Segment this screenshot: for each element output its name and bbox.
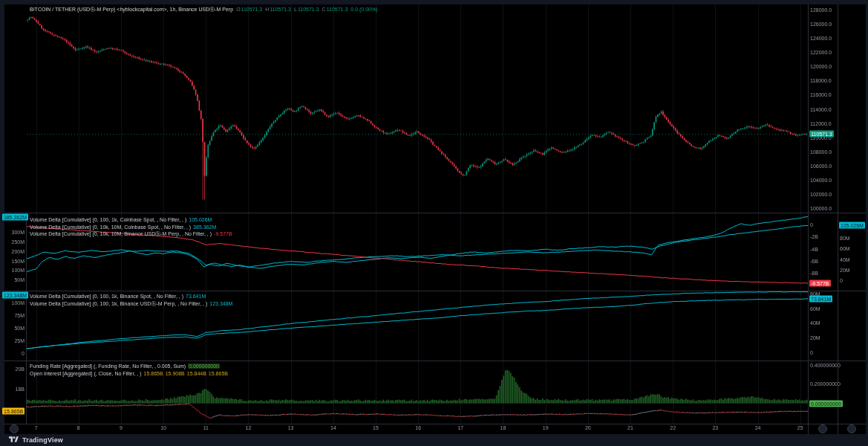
scale-auto-button-outer[interactable]	[847, 424, 856, 433]
axis-price-label: 73.641M	[809, 296, 832, 303]
open-label: O	[236, 7, 240, 12]
tradingview-chart-window: BITCOIN / TETHER (USDⓈ-M Perp) <hyblockc…	[0, 0, 868, 446]
bottom-bar: TradingView	[0, 434, 868, 446]
axis-price-label: 110571.3	[809, 131, 834, 138]
time-axis-label: 13	[288, 425, 294, 430]
time-axis-label: 25	[797, 425, 803, 430]
time-axis-label: 14	[330, 425, 336, 430]
price-scale-separator	[838, 4, 838, 434]
vd2-legend: Volume Delta [Cumulative] (0, 100, 1k, B…	[30, 293, 232, 307]
axis-price-label: 385.362M	[2, 214, 28, 221]
time-axis-label: 23	[712, 425, 718, 430]
price-scale-separator	[808, 4, 809, 434]
close-label: C	[322, 7, 326, 12]
tradingview-logo-icon[interactable]	[9, 436, 19, 444]
time-axis-label: 17	[457, 425, 463, 430]
time-axis-label: 9	[120, 425, 123, 430]
oi-close-value: 15.865B	[209, 371, 228, 376]
indicator-legend-row[interactable]: Volume Delta [Cumulative] (0, 10k, 10M, …	[30, 230, 232, 238]
time-axis-label: 21	[627, 425, 633, 430]
indicator-value: 123.348M	[209, 301, 232, 306]
axis-price-label: 15.865B	[2, 407, 25, 414]
axis-price-label: 105.026M	[839, 222, 865, 229]
time-axis-label: 18	[500, 425, 506, 430]
indicator-title[interactable]: Volume Delta [Cumulative] (0, 100, 1k, B…	[30, 294, 183, 299]
indicator-legend-row[interactable]: Volume Delta [Cumulative] (0, 100, 1k, C…	[30, 216, 232, 224]
indicator-title[interactable]: Volume Delta [Cumulative] (0, 10k, 10M, …	[30, 224, 191, 230]
time-axis-label: 12	[246, 425, 252, 430]
chart-overlay: BITCOIN / TETHER (USDⓈ-M Perp) <hyblockc…	[0, 0, 868, 446]
time-axis-label: 11	[203, 425, 209, 430]
time-axis-label: 24	[755, 425, 761, 430]
symbol-legend[interactable]: BITCOIN / TETHER (USDⓈ-M Perp) <hyblockc…	[30, 6, 378, 13]
time-axis[interactable]	[4, 424, 866, 434]
indicator-title[interactable]: Volume Delta [Cumulative] (0, 100, 1k, B…	[30, 301, 207, 306]
time-axis-label: 22	[670, 425, 676, 430]
low-value: 110571.3	[298, 7, 319, 12]
pane-separator[interactable]	[4, 361, 866, 361]
time-axis-label: 16	[415, 425, 421, 430]
indicator-value: 385.362M	[193, 224, 216, 230]
indicator-legend-row[interactable]: Volume Delta [Cumulative] (0, 100, 1k, B…	[30, 300, 232, 308]
time-axis-label: 19	[543, 425, 549, 430]
time-axis-left-button[interactable]	[10, 424, 19, 433]
indicator-title[interactable]: Volume Delta [Cumulative] (0, 100, 1k, C…	[30, 217, 186, 222]
close-value: 110571.3	[327, 7, 348, 12]
tradingview-logo-text[interactable]: TradingView	[22, 436, 63, 444]
scale-auto-button-inner[interactable]	[818, 424, 827, 433]
indicator-value: 73.641M	[186, 294, 206, 299]
change-value: 0.0 (0.00%)	[350, 7, 377, 12]
time-axis-label: 8	[77, 425, 80, 430]
pane-separator[interactable]	[4, 291, 866, 291]
indicator-title[interactable]: Funding Rate [Aggregated] (, Funding Rat…	[30, 363, 186, 369]
time-axis-label: 10	[160, 425, 166, 430]
oi-low-value: 15.844B	[187, 371, 206, 376]
indicator-legend-row[interactable]: Volume Delta [Cumulative] (0, 100, 1k, B…	[30, 293, 232, 300]
axis-price-label: 0.000000000	[809, 400, 843, 407]
indicator-value: 105.026M	[189, 217, 212, 222]
indicator-legend-row[interactable]: Volume Delta [Cumulative] (0, 10k, 10M, …	[30, 224, 232, 231]
time-axis-label: 20	[585, 425, 591, 430]
indicator-value: -9.577B	[214, 231, 232, 236]
high-label: H	[265, 7, 269, 12]
indicator-legend-row[interactable]: Funding Rate [Aggregated] (, Funding Rat…	[30, 363, 228, 370]
axis-price-label: 123.348M	[2, 292, 28, 299]
left-scale-separator	[26, 213, 27, 424]
high-value: 110571.3	[270, 7, 291, 12]
pane-separator[interactable]	[4, 213, 866, 213]
oi-high-value: 15.908B	[166, 371, 185, 376]
symbol-title[interactable]: BITCOIN / TETHER (USDⓈ-M Perp) <hyblockc…	[30, 7, 233, 12]
indicator-legend-row[interactable]: Open Interest [Aggregated] (, Close, No …	[30, 370, 228, 378]
axis-price-label: -9.577B	[809, 279, 831, 286]
indicator-title[interactable]: Open Interest [Aggregated] (, Close, No …	[30, 371, 142, 376]
oi-open-value: 15.865B	[144, 371, 163, 376]
time-axis-label: 15	[373, 425, 379, 430]
left-price-scale[interactable]	[4, 213, 26, 424]
indicator-title[interactable]: Volume Delta [Cumulative] (0, 10k, 10M, …	[30, 231, 212, 236]
low-label: L	[294, 7, 297, 12]
vd1-legend: Volume Delta [Cumulative] (0, 100, 1k, C…	[30, 216, 232, 238]
open-value: 110571.3	[241, 7, 263, 12]
funding-oi-legend: Funding Rate [Aggregated] (, Funding Rat…	[30, 363, 228, 377]
time-axis-label: 7	[35, 425, 38, 430]
indicator-value: 0.000000000	[188, 363, 220, 369]
